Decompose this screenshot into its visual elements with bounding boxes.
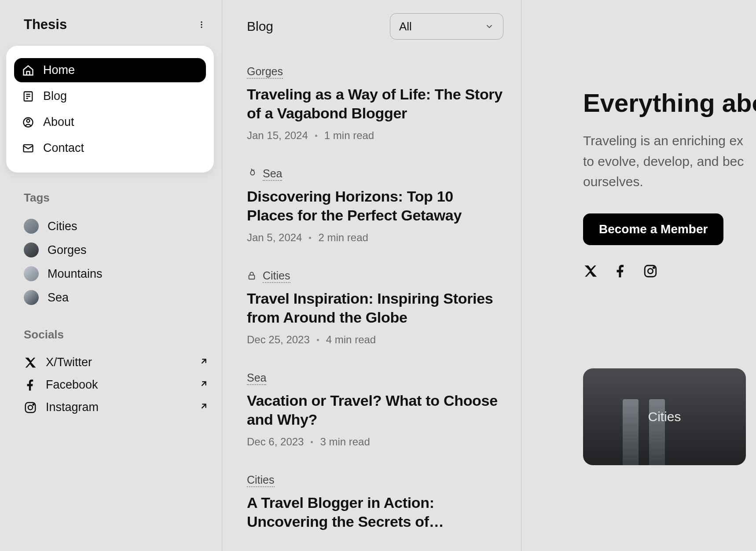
tag-label: Sea	[48, 291, 69, 305]
chevron-down-icon	[484, 22, 494, 31]
post-item: Cities A Travel Blogger in Action: Uncov…	[247, 474, 503, 531]
dot-separator	[311, 441, 313, 443]
svg-point-8	[27, 119, 30, 122]
tag-thumb	[24, 266, 39, 281]
about-icon	[22, 116, 34, 129]
tag-item-gorges[interactable]: Gorges	[24, 238, 209, 262]
post-read-time: 3 min read	[320, 436, 370, 448]
post-meta: Dec 6, 2023 3 min read	[247, 436, 503, 448]
dot-separator	[309, 237, 311, 239]
svg-rect-13	[249, 275, 255, 279]
instagram-icon	[24, 401, 37, 414]
facebook-icon	[613, 264, 628, 279]
post-title[interactable]: Discovering Horizons: Top 10 Places for …	[247, 187, 503, 224]
tag-label: Gorges	[48, 243, 87, 257]
tag-item-mountains[interactable]: Mountains	[24, 262, 209, 286]
blog-title: Blog	[247, 19, 273, 34]
blog-icon	[22, 90, 34, 103]
nav-item-about[interactable]: About	[14, 110, 206, 134]
filter-selected-value: All	[399, 20, 412, 33]
featured-tag-card-cities[interactable]: Cities	[583, 368, 746, 465]
home-icon	[22, 64, 34, 77]
post-item: Sea Discovering Horizons: Top 10 Places …	[247, 167, 503, 244]
nav-label: Blog	[43, 89, 67, 103]
contact-icon	[22, 142, 34, 154]
socials-heading: Socials	[24, 328, 209, 342]
blog-header: Blog All	[247, 13, 503, 40]
tag-item-sea[interactable]: Sea	[24, 286, 209, 309]
post-title[interactable]: Traveling as a Way of Life: The Story of…	[247, 85, 503, 122]
x-icon	[24, 356, 37, 369]
nav-card: Home Blog About Contact	[6, 46, 214, 173]
post-title[interactable]: Travel Inspiration: Inspiring Stories fr…	[247, 289, 503, 327]
hero-sub-line: ourselves.	[583, 172, 756, 192]
hero-facebook-link[interactable]	[613, 264, 628, 280]
tag-item-cities[interactable]: Cities	[24, 214, 209, 238]
post-title[interactable]: Vacation or Travel? What to Choose and W…	[247, 391, 503, 429]
post-title[interactable]: A Travel Blogger in Action: Uncovering t…	[247, 493, 503, 531]
external-link-icon	[199, 378, 209, 392]
svg-point-1	[201, 24, 202, 25]
svg-point-0	[201, 22, 202, 23]
post-tag[interactable]: Cities	[263, 269, 290, 283]
post-read-time: 1 min read	[324, 129, 374, 142]
nav-item-blog[interactable]: Blog	[14, 84, 206, 108]
nav-label: Contact	[43, 141, 84, 155]
post-tag[interactable]: Sea	[247, 371, 266, 385]
social-item-x[interactable]: X/Twitter	[24, 351, 209, 374]
social-label: Instagram	[46, 400, 99, 414]
hero-heading: Everything abou	[583, 88, 756, 118]
post-tag[interactable]: Gorges	[247, 65, 283, 79]
dots-vertical-icon	[197, 20, 206, 29]
nav-label: About	[43, 115, 74, 129]
post-meta: Jan 5, 2024 2 min read	[247, 231, 503, 244]
post-read-time: 2 min read	[318, 231, 368, 244]
post-tag[interactable]: Sea	[263, 167, 282, 181]
social-label: X/Twitter	[46, 356, 92, 369]
social-item-instagram[interactable]: Instagram	[24, 396, 209, 419]
featured-card-label: Cities	[648, 409, 681, 424]
dot-separator	[315, 135, 317, 137]
tag-label: Mountains	[48, 267, 103, 281]
more-menu-button[interactable]	[195, 18, 209, 32]
post-meta: Dec 25, 2023 4 min read	[247, 334, 503, 346]
post-item: Gorges Traveling as a Way of Life: The S…	[247, 65, 503, 142]
post-read-time: 4 min read	[326, 334, 376, 346]
post-item: Sea Vacation or Travel? What to Choose a…	[247, 371, 503, 448]
blog-column: Blog All Gorges Traveling as a Way of Li…	[222, 0, 521, 551]
instagram-icon	[643, 264, 658, 279]
social-item-facebook[interactable]: Facebook	[24, 374, 209, 396]
post-item: Cities Travel Inspiration: Inspiring Sto…	[247, 269, 503, 346]
svg-point-16	[653, 267, 654, 268]
nav-item-contact[interactable]: Contact	[14, 136, 206, 160]
post-tag[interactable]: Cities	[247, 474, 275, 487]
svg-point-2	[201, 26, 202, 28]
external-link-icon	[199, 400, 209, 414]
hero-sub-line: to evolve, develop, and bec	[583, 151, 756, 172]
hero-social-row	[583, 264, 756, 280]
svg-point-11	[28, 405, 33, 410]
dot-separator	[317, 339, 319, 341]
x-icon	[583, 264, 598, 279]
hero-sub-line: Traveling is an enriching ex	[583, 131, 756, 151]
post-date: Dec 25, 2023	[247, 334, 310, 346]
site-title[interactable]: Thesis	[24, 17, 67, 33]
social-label: Facebook	[46, 378, 98, 392]
lock-icon	[247, 271, 257, 282]
tag-thumb	[24, 290, 39, 305]
tags-heading: Tags	[24, 191, 209, 205]
hero-x-link[interactable]	[583, 264, 598, 280]
sidebar: Thesis Home Blog About Co	[0, 0, 222, 551]
post-date: Jan 5, 2024	[247, 231, 302, 244]
nav-item-home[interactable]: Home	[14, 58, 206, 82]
hero-subtext: Traveling is an enriching ex to evolve, …	[583, 131, 756, 192]
post-date: Dec 6, 2023	[247, 436, 304, 448]
tag-thumb	[24, 242, 39, 257]
post-meta: Jan 15, 2024 1 min read	[247, 129, 503, 142]
blog-filter-select[interactable]: All	[390, 13, 503, 40]
external-link-icon	[199, 356, 209, 369]
become-member-button[interactable]: Become a Member	[583, 213, 723, 245]
hero-instagram-link[interactable]	[643, 264, 658, 280]
sidebar-header: Thesis	[24, 17, 209, 33]
nav-label: Home	[43, 63, 75, 77]
